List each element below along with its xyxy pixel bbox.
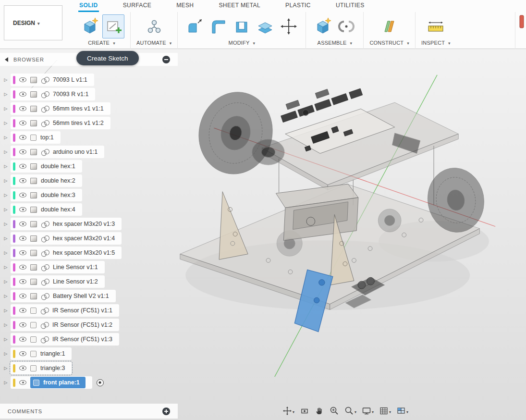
- inspect-menu[interactable]: INSPECT: [421, 40, 451, 46]
- visibility-eye-icon[interactable]: [19, 308, 26, 313]
- item-label[interactable]: Battery Shell V2 v1:1: [53, 293, 109, 299]
- expand-arrow-icon[interactable]: [1, 92, 11, 97]
- shell-button[interactable]: [231, 14, 253, 38]
- expand-arrow-icon[interactable]: [1, 178, 11, 183]
- grid-settings-button[interactable]: [378, 405, 392, 417]
- visibility-eye-icon[interactable]: [19, 236, 26, 241]
- item-label[interactable]: hex spacer M3x20 v1:4: [53, 235, 115, 242]
- expand-arrow-icon[interactable]: [1, 236, 11, 241]
- orbit-button[interactable]: [281, 405, 295, 417]
- tab-plastic[interactable]: PLASTIC: [284, 0, 312, 12]
- collapse-panel-icon[interactable]: [5, 57, 8, 62]
- item-label[interactable]: double hex:1: [41, 163, 75, 170]
- browser-item[interactable]: hex spacer M3x20 v1:4: [1, 231, 178, 246]
- expand-arrow-icon[interactable]: [1, 279, 11, 284]
- browser-item[interactable]: hex spacer M3x20 v1:5: [1, 246, 178, 260]
- item-label[interactable]: Line Sensor v1:2: [53, 278, 98, 285]
- pan-button[interactable]: [314, 405, 325, 417]
- create-sketch-button[interactable]: [102, 14, 124, 38]
- item-label[interactable]: double hex:3: [41, 192, 75, 198]
- browser-item[interactable]: Battery Shell V2 v1:1: [1, 289, 178, 303]
- expand-arrow-icon[interactable]: [1, 77, 11, 82]
- browser-item[interactable]: IR Sensor (FC51) v1:1: [1, 303, 178, 318]
- viewports-button[interactable]: [395, 405, 409, 417]
- display-settings-button[interactable]: [361, 405, 375, 417]
- browser-item[interactable]: 56mm tires v1 v1:2: [1, 116, 178, 130]
- visibility-eye-icon[interactable]: [19, 351, 26, 356]
- visibility-eye-icon[interactable]: [19, 265, 26, 270]
- assemble-menu[interactable]: ASSEMBLE: [318, 40, 353, 46]
- browser-item[interactable]: Line Sensor v1:2: [1, 274, 178, 289]
- visibility-eye-icon[interactable]: [19, 92, 26, 97]
- visibility-eye-icon[interactable]: [19, 164, 26, 169]
- expand-arrow-icon[interactable]: [1, 193, 11, 198]
- item-label[interactable]: IR Sensor (FC51) v1:3: [52, 336, 112, 343]
- fit-button[interactable]: [343, 405, 357, 417]
- browser-item[interactable]: 56mm tires v1 v1:1: [1, 101, 178, 116]
- visibility-eye-icon[interactable]: [19, 250, 26, 255]
- item-label[interactable]: front plane:1: [43, 379, 80, 386]
- visibility-eye-icon[interactable]: [19, 193, 26, 198]
- expand-arrow-icon[interactable]: [1, 265, 11, 270]
- construction-plane-button[interactable]: [379, 14, 401, 38]
- visibility-eye-icon[interactable]: [19, 337, 26, 342]
- expand-arrow-icon[interactable]: [1, 250, 11, 255]
- look-at-button[interactable]: [299, 405, 310, 417]
- comments-bar[interactable]: COMMENTS: [0, 404, 178, 419]
- expand-comments-icon[interactable]: [162, 408, 170, 415]
- expand-arrow-icon[interactable]: [1, 106, 11, 111]
- tab-solid[interactable]: SOLID: [78, 0, 99, 12]
- item-label[interactable]: 56mm tires v1 v1:2: [53, 120, 104, 126]
- tab-surface[interactable]: SURFACE: [122, 0, 152, 12]
- item-label[interactable]: double hex:2: [41, 177, 75, 184]
- item-label[interactable]: IR Sensor (FC51) v1:1: [52, 307, 112, 314]
- item-label[interactable]: 70093 R v1:1: [53, 91, 88, 98]
- expand-arrow-icon[interactable]: [1, 366, 11, 371]
- browser-item[interactable]: triangle:1: [1, 346, 178, 361]
- visibility-eye-icon[interactable]: [19, 279, 26, 284]
- visibility-eye-icon[interactable]: [19, 294, 26, 298]
- new-component-button[interactable]: [79, 14, 101, 38]
- visibility-eye-icon[interactable]: [19, 207, 26, 212]
- item-label[interactable]: 56mm tires v1 v1:1: [53, 105, 104, 112]
- expand-arrow-icon[interactable]: [1, 121, 11, 125]
- zoom-button[interactable]: [329, 405, 340, 417]
- measure-button[interactable]: [425, 14, 447, 38]
- expand-arrow-icon[interactable]: [1, 149, 11, 154]
- expand-arrow-icon[interactable]: [1, 294, 11, 298]
- item-label[interactable]: IR Sensor (FC51) v1:2: [52, 321, 112, 328]
- expand-arrow-icon[interactable]: [1, 308, 11, 313]
- item-label[interactable]: double hex:4: [41, 206, 75, 213]
- expand-arrow-icon[interactable]: [1, 207, 11, 212]
- automate-menu[interactable]: AUTOMATE: [136, 40, 171, 46]
- visibility-eye-icon[interactable]: [19, 380, 26, 385]
- browser-item[interactable]: triangle:3: [1, 361, 178, 375]
- item-label[interactable]: Line Sensor v1:1: [53, 264, 98, 271]
- expand-arrow-icon[interactable]: [1, 337, 11, 342]
- browser-item-selected[interactable]: front plane:1: [1, 375, 178, 390]
- browser-item[interactable]: Line Sensor v1:1: [1, 260, 178, 274]
- fillet-button[interactable]: [207, 14, 229, 38]
- browser-item[interactable]: double hex:4: [1, 202, 178, 217]
- item-label[interactable]: arduino uno v1:1: [53, 148, 98, 155]
- expand-arrow-icon[interactable]: [1, 351, 11, 356]
- assemble-new-component-button[interactable]: [312, 14, 334, 38]
- automate-button[interactable]: [143, 14, 165, 38]
- visibility-eye-icon[interactable]: [19, 121, 26, 125]
- expand-arrow-icon[interactable]: [1, 380, 11, 385]
- combine-button[interactable]: [254, 14, 276, 38]
- construct-menu[interactable]: CONSTRUCT: [369, 40, 409, 46]
- expand-arrow-icon[interactable]: [1, 222, 11, 226]
- expand-arrow-icon[interactable]: [1, 135, 11, 140]
- browser-item[interactable]: top:1: [1, 130, 178, 145]
- activate-component-radio[interactable]: [97, 379, 104, 386]
- item-label[interactable]: top:1: [40, 134, 54, 141]
- item-label[interactable]: triangle:1: [40, 350, 65, 357]
- visibility-eye-icon[interactable]: [19, 178, 26, 183]
- visibility-eye-icon[interactable]: [19, 77, 26, 82]
- browser-item[interactable]: 70093 L v1:1: [1, 73, 178, 87]
- expand-arrow-icon[interactable]: [1, 322, 11, 327]
- item-label[interactable]: hex spacer M3x20 v1:5: [53, 249, 115, 256]
- tab-mesh[interactable]: MESH: [175, 0, 195, 12]
- browser-item[interactable]: hex spacer M3x20 v1:3: [1, 217, 178, 231]
